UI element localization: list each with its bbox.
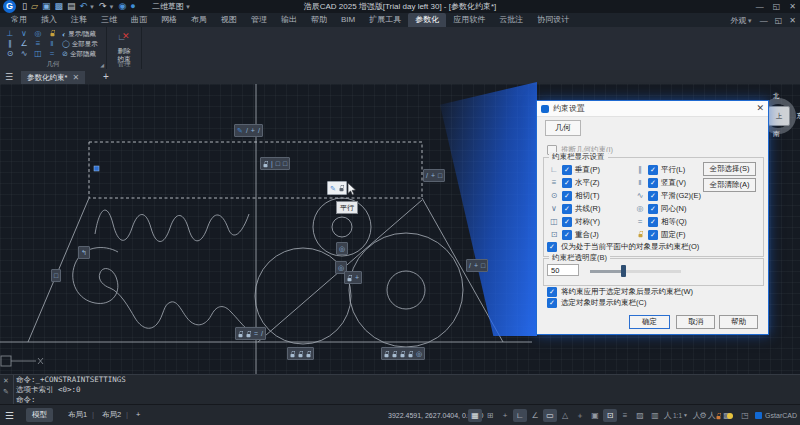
checkbox-checked[interactable]	[547, 287, 557, 297]
status-menu-icon[interactable]: ☰	[5, 405, 14, 425]
concentric-icon[interactable]: ◎	[338, 244, 346, 253]
hide-all-button[interactable]: ⊘全部隐藏	[62, 49, 106, 59]
ribbon-tab[interactable]: 帮助	[304, 13, 334, 27]
lock-icon[interactable]	[392, 350, 398, 356]
add-layout-button[interactable]: +	[130, 408, 146, 422]
pencil-icon[interactable]: ✎	[236, 126, 244, 135]
clear-all-button[interactable]: 全部清除(A)	[703, 178, 756, 192]
pencil-icon[interactable]: ✎	[329, 184, 337, 193]
close-button[interactable]: ✕	[789, 2, 796, 11]
square-icon[interactable]: □	[282, 159, 288, 168]
ribbon-tab[interactable]: 参数化	[408, 13, 446, 27]
constraint-bar[interactable]: |□□	[260, 157, 290, 170]
ok-button[interactable]: 确定	[629, 315, 670, 329]
doc-restore-button[interactable]: ◱	[775, 16, 783, 25]
checkbox-checked[interactable]	[562, 178, 572, 188]
settings-gear-icon[interactable]: ⚙	[696, 409, 710, 422]
save-icon[interactable]: ▣	[42, 0, 51, 13]
tab-geometry[interactable]: 几何	[545, 120, 581, 136]
checkbox-checked[interactable]	[648, 191, 658, 201]
cancel-button[interactable]: 取消	[676, 315, 715, 329]
ribbon-tab[interactable]: 管理	[244, 13, 274, 27]
plus-icon[interactable]: +	[354, 273, 360, 282]
doc-minimize-button[interactable]: —	[760, 16, 768, 25]
transparency-slider[interactable]	[590, 270, 681, 273]
slash-icon[interactable]: /	[257, 126, 261, 135]
plus-icon[interactable]: +	[250, 126, 256, 135]
checkbox-checked[interactable]	[562, 217, 572, 227]
constraint-bar[interactable]: ✎/+/	[234, 124, 263, 137]
lock-icon[interactable]	[306, 350, 312, 356]
lock-icon[interactable]	[716, 412, 722, 418]
ribbon-tab[interactable]: 网格	[154, 13, 184, 27]
osnap-3d-icon[interactable]: △	[558, 409, 572, 422]
vbar-icon[interactable]: |	[270, 159, 274, 168]
square-icon[interactable]: □	[437, 171, 443, 180]
print-icon[interactable]: ▤	[67, 0, 76, 13]
command-line[interactable]: 选项卡索引 <0>:0	[16, 385, 800, 395]
select-all-button[interactable]: 全部选择(S)	[703, 162, 756, 176]
slash-icon[interactable]: /	[260, 329, 264, 338]
clean-screen-icon[interactable]: ◳	[738, 409, 752, 422]
view-cube-top[interactable]: 上	[768, 106, 790, 126]
close-tab-icon[interactable]: ✕	[72, 73, 79, 82]
equal-icon[interactable]: =	[253, 329, 259, 338]
constraint-bar[interactable]: =/	[235, 327, 266, 340]
slash-icon[interactable]: /	[245, 126, 249, 135]
ribbon-tab[interactable]: 视图	[214, 13, 244, 27]
concentric-icon[interactable]: ◎	[415, 349, 423, 358]
lock-icon[interactable]	[408, 350, 414, 356]
ribbon-tab[interactable]: 曲面	[124, 13, 154, 27]
constraint-bar[interactable]: □	[51, 269, 61, 282]
checkbox-checked[interactable]	[562, 165, 572, 175]
square-icon[interactable]: □	[53, 271, 59, 280]
plus-icon[interactable]: +	[473, 261, 479, 270]
transparency-value-input[interactable]: 50	[547, 264, 579, 276]
ortho-icon[interactable]: ∟	[513, 409, 527, 422]
ribbon-tab[interactable]: 插入	[34, 13, 64, 27]
model-tab[interactable]: 模型	[26, 408, 53, 422]
lock-icon[interactable]	[246, 330, 252, 336]
horizontal-icon[interactable]: ≡	[31, 39, 45, 49]
workspace-dropdown[interactable]: 二维草图 ▼	[152, 0, 191, 13]
selection-cycling-icon[interactable]: ▥	[648, 409, 662, 422]
lock-icon[interactable]	[384, 350, 390, 356]
annotation-scale-icon[interactable]: 人1:1▼	[663, 409, 689, 422]
pencil-icon[interactable]: ✎	[3, 388, 9, 396]
constraint-bar[interactable]: ◎	[336, 242, 348, 255]
lock-icon[interactable]	[263, 160, 269, 166]
lock-icon[interactable]	[347, 274, 353, 280]
layout1-tab[interactable]: 布局1	[62, 408, 93, 422]
fix-icon[interactable]	[45, 29, 59, 39]
bulb-icon[interactable]	[727, 413, 733, 419]
match-properties-icon[interactable]: ◉	[118, 0, 126, 13]
ribbon-tab[interactable]: 常用	[4, 13, 34, 27]
view-cube-south[interactable]: 南	[773, 130, 780, 139]
ribbon-tab[interactable]: 注释	[64, 13, 94, 27]
lock-icon[interactable]	[298, 350, 304, 356]
polar-tracking-icon[interactable]: ∠	[528, 409, 542, 422]
menu-hamburger-icon[interactable]: ☰	[5, 70, 13, 84]
checkbox-checked[interactable]	[562, 230, 572, 240]
lineweight-icon[interactable]: ≡	[618, 409, 632, 422]
new-tab-button[interactable]: +	[103, 70, 109, 84]
command-window[interactable]: ✕ ✎ 命令:_+CONSTRAINTSETTINGS选项卡索引 <0>:0命令…	[0, 374, 800, 405]
minimize-button[interactable]: —	[756, 2, 764, 11]
ribbon-tab[interactable]: 扩展工具	[362, 13, 408, 27]
checkbox-checked[interactable]	[648, 178, 658, 188]
ribbon-tab[interactable]: 应用软件	[446, 13, 492, 27]
command-line[interactable]: 命令:_+CONSTRAINTSETTINGS	[16, 375, 800, 385]
dialog-title-bar[interactable]: 约束设置 ✕	[537, 101, 768, 117]
smooth-icon[interactable]: ∿	[17, 49, 31, 59]
parallel-icon[interactable]: ∥	[3, 39, 17, 49]
constraint-bar[interactable]: ↰	[78, 246, 90, 259]
checkbox-checked[interactable]	[547, 242, 557, 252]
perpendicular-icon[interactable]: ⊥	[3, 29, 17, 39]
lock-icon[interactable]	[238, 330, 244, 336]
lock-icon[interactable]	[290, 350, 296, 356]
ribbon-tab[interactable]: 输出	[274, 13, 304, 27]
ribbon-tab[interactable]: BIM	[334, 13, 362, 27]
slash-icon[interactable]: /	[425, 171, 429, 180]
ribbon-tab[interactable]: 云批注	[492, 13, 530, 27]
dialog-launcher-icon[interactable]: ◢	[100, 62, 104, 68]
